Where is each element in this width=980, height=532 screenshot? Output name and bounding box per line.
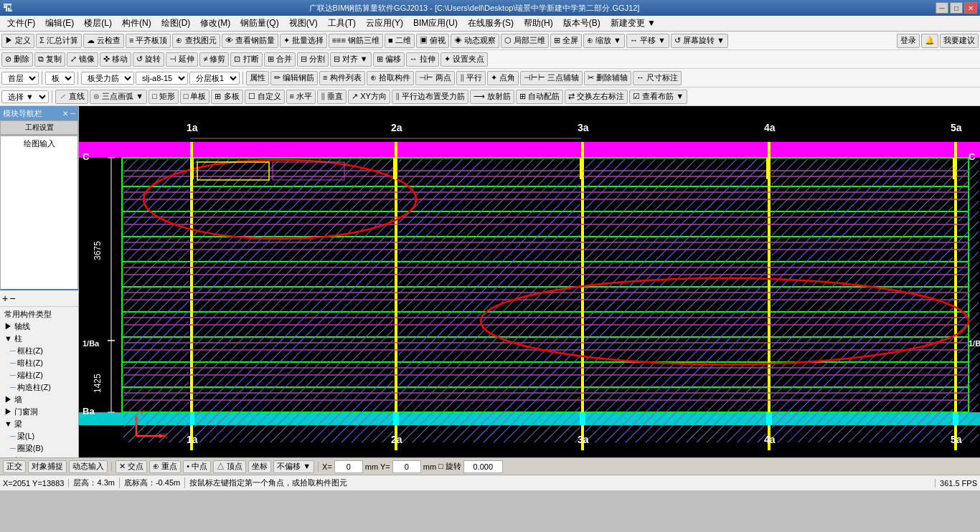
menu-item-t[interactable]: 工具(T) bbox=[324, 16, 360, 31]
edit-btn-合并[interactable]: ⊞ 合并 bbox=[264, 52, 296, 67]
edit-btn-偏移[interactable]: ⊞ 偏移 bbox=[373, 52, 405, 67]
tree-item-板[interactable]: ▼ 板 bbox=[1, 455, 77, 458]
minimize-button[interactable]: ─ bbox=[936, 2, 948, 14]
draw-btn-放射筋[interactable]: ⟶ 放射筋 bbox=[470, 90, 514, 104]
floor-btn-拾取构件[interactable]: ⊕ 拾取构件 bbox=[367, 71, 414, 85]
notification-button[interactable]: 🔔 bbox=[921, 34, 938, 48]
tree-item-暗柱Z[interactable]: ─ 暗柱(Z) bbox=[1, 357, 77, 369]
draw-btn-多板[interactable]: ⊞ 多板 bbox=[211, 90, 242, 104]
rotate-input[interactable] bbox=[463, 460, 503, 473]
tree-item-门窗洞[interactable]: ▶ 门窗洞 bbox=[1, 406, 77, 418]
tree-item-梁L[interactable]: ─ 梁(L) bbox=[1, 430, 77, 442]
draw-btn-平行边布置受力筋[interactable]: ∥ 平行边布置受力筋 bbox=[392, 90, 468, 104]
edit-btn-删除[interactable]: ⊘ 删除 bbox=[1, 52, 33, 67]
snap-mode-3[interactable]: △ 顶点 bbox=[213, 460, 246, 473]
floor-btn-点角[interactable]: ✦ 点角 bbox=[487, 71, 519, 85]
snap-mode-0[interactable]: ✕ 交点 bbox=[116, 460, 147, 473]
floor-btn-构件列表[interactable]: ≡ 构件列表 bbox=[319, 71, 364, 85]
toolbar-btn-[interactable]: ▣ 俯视 bbox=[416, 34, 449, 48]
tab-engineering-settings[interactable]: 工程设置 bbox=[0, 120, 78, 135]
toolbar-btn-[interactable]: ■ 二维 bbox=[385, 34, 415, 48]
edit-btn-分割[interactable]: ⊟ 分割 bbox=[297, 52, 329, 67]
toolbar-btn-[interactable]: ☁ 云检查 bbox=[83, 34, 124, 48]
menu-item-h[interactable]: 帮助(H) bbox=[519, 16, 557, 31]
edit-btn-修剪[interactable]: ≠ 修剪 bbox=[199, 52, 229, 67]
menu-item-s[interactable]: 在线服务(S) bbox=[463, 16, 518, 31]
draw-btn-自定义[interactable]: ☐ 自定义 bbox=[245, 90, 285, 104]
cad-canvas-area[interactable]: 1a 2a 3a 4a 5a 1a 2a 3a 4a 5a C 1/Ba Ba … bbox=[79, 106, 980, 457]
floor-btn-尺寸标注[interactable]: ↔ 尺寸标注 bbox=[633, 71, 682, 85]
toolbar-btn-[interactable]: ◈ 动态观察 bbox=[451, 34, 499, 48]
menu-item-m[interactable]: 修改(M) bbox=[196, 16, 235, 31]
login-button[interactable]: 登录 bbox=[897, 34, 920, 48]
menu-item-l[interactable]: 楼层(L) bbox=[80, 16, 116, 31]
y-input[interactable] bbox=[392, 460, 421, 473]
suggestion-button[interactable]: 我要建议 bbox=[940, 34, 979, 48]
edit-btn-对齐[interactable]: ⊟ 对齐 ▼ bbox=[330, 52, 372, 67]
rebar-selector[interactable]: 板受力筋 bbox=[81, 72, 134, 85]
draw-btn-三点画弧[interactable]: ⊙ 三点画弧 ▼ bbox=[90, 90, 147, 104]
floor-selector[interactable]: 首层 bbox=[1, 72, 39, 85]
menu-item-b[interactable]: 版本号(B) bbox=[559, 16, 605, 31]
toolbar-btn-[interactable]: ⊕ 缩放 ▼ bbox=[583, 34, 625, 48]
toolbar-btn-[interactable]: Σ 汇总计算 bbox=[36, 34, 82, 48]
tree-item-端柱Z[interactable]: ─ 端柱(Z) bbox=[1, 369, 77, 381]
draw-btn-查看布筋[interactable]: ☑ 查看布筋 ▼ bbox=[629, 90, 687, 104]
draw-btn-水平[interactable]: ≡ 水平 bbox=[286, 90, 316, 104]
snap-mode-4[interactable]: 坐标 bbox=[248, 460, 271, 473]
menu-item-v[interactable]: 视图(V) bbox=[285, 16, 322, 31]
dynamic-input-button[interactable]: 动态输入 bbox=[69, 460, 108, 473]
maximize-button[interactable]: □ bbox=[950, 2, 963, 14]
tree-item-柱[interactable]: ▼ 柱 bbox=[1, 333, 77, 345]
toolbar-btn-[interactable]: ↺ 屏幕旋转 ▼ bbox=[671, 34, 728, 48]
floor-btn-两点[interactable]: ⊣⊢ 两点 bbox=[415, 71, 455, 85]
snap-mode-2[interactable]: • 中点 bbox=[183, 460, 211, 473]
remove-icon[interactable]: − bbox=[9, 293, 15, 304]
tree-item-轴线[interactable]: ▶ 轴线 bbox=[1, 320, 77, 333]
snap-button[interactable]: 对象捕捉 bbox=[28, 460, 67, 473]
snap-mode-5[interactable]: 不偏移 ▼ bbox=[273, 460, 314, 473]
toolbar-btn-[interactable]: ⊕ 查找图元 bbox=[172, 34, 220, 48]
toolbar-btn-[interactable]: ✦ 批量选择 bbox=[280, 34, 327, 48]
menu-item-f[interactable]: 文件(F) bbox=[3, 16, 39, 31]
tree-item-圈梁B[interactable]: ─ 圈梁(B) bbox=[1, 442, 77, 455]
draw-btn-矩形[interactable]: □ 矩形 bbox=[149, 90, 179, 104]
tree-item-构造柱Z[interactable]: ─ 构造柱(Z) bbox=[1, 381, 77, 394]
edit-btn-镜像[interactable]: ⤢ 镜像 bbox=[67, 52, 98, 67]
draw-btn-直线[interactable]: ⟋ 直线 bbox=[55, 90, 88, 104]
draw-btn-XY方向[interactable]: ↗ XY方向 bbox=[348, 90, 390, 104]
edit-btn-旋转[interactable]: ↺ 旋转 bbox=[133, 52, 164, 67]
toolbar-btn-[interactable]: ≡ 平齐板顶 bbox=[126, 34, 171, 48]
menu-item-[interactable]: 新建变更 ▼ bbox=[606, 16, 660, 31]
floor-btn-属性[interactable]: 属性 bbox=[246, 71, 269, 85]
tree-item-常用构件类型[interactable]: 常用构件类型 bbox=[1, 308, 77, 320]
edit-btn-复制[interactable]: ⧉ 复制 bbox=[34, 52, 65, 67]
floor-btn-三点辅轴[interactable]: ⊣⊢⊢ 三点辅轴 bbox=[520, 71, 583, 85]
spec-selector[interactable]: slj-a8-15 bbox=[136, 72, 188, 85]
tree-item-梁[interactable]: ▼ 梁 bbox=[1, 418, 77, 430]
menu-item-q[interactable]: 钢筋量(Q) bbox=[236, 16, 283, 31]
close-button[interactable]: ✕ bbox=[964, 2, 977, 14]
type-selector[interactable]: 板 bbox=[45, 72, 75, 85]
ortho-button[interactable]: 正交 bbox=[3, 460, 26, 473]
draw-btn-单板[interactable]: □ 单板 bbox=[180, 90, 210, 104]
floor-btn-删除辅轴[interactable]: ✂ 删除辅轴 bbox=[584, 71, 631, 85]
edit-btn-打断[interactable]: ⊡ 打断 bbox=[230, 52, 262, 67]
menu-item-e[interactable]: 编辑(E) bbox=[41, 16, 78, 31]
menu-item-y[interactable]: 云应用(Y) bbox=[362, 16, 407, 31]
snap-mode-1[interactable]: ⊕ 重点 bbox=[149, 460, 181, 473]
add-icon[interactable]: + bbox=[2, 293, 8, 304]
draw-mode-selector[interactable]: 选择 ▼ bbox=[1, 90, 49, 103]
edit-btn-设置夹点[interactable]: ✦ 设置夹点 bbox=[440, 52, 488, 67]
tab-drawing-input[interactable]: 绘图输入 bbox=[0, 136, 78, 290]
tree-item-框柱Z[interactable]: ─ 框柱(Z) bbox=[1, 345, 77, 357]
toolbar-btn-[interactable]: ⬡ 局部三维 bbox=[501, 34, 549, 48]
toolbar-btn-[interactable]: 👁 查看钢筋量 bbox=[222, 34, 278, 48]
menu-item-bimu[interactable]: BIM应用(U) bbox=[409, 16, 462, 31]
toolbar-btn-[interactable]: ↔ 平移 ▼ bbox=[626, 34, 669, 48]
toolbar-btn-[interactable]: ≡≡≡ 钢筋三维 bbox=[329, 34, 383, 48]
edit-btn-拉伸[interactable]: ↔ 拉伸 bbox=[406, 52, 439, 67]
draw-btn-交换左右标注[interactable]: ⇄ 交换左右标注 bbox=[565, 90, 628, 104]
toolbar-btn-[interactable]: ▶ 定义 bbox=[1, 34, 34, 48]
floor-btn-编辑钢筋[interactable]: ✏ 编辑钢筋 bbox=[270, 71, 318, 85]
